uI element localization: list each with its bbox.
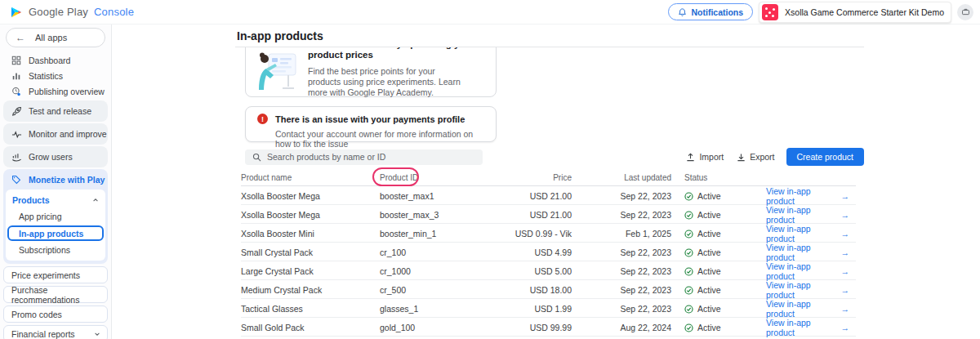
- view-in-app-product-link[interactable]: View in-app product→: [766, 299, 849, 319]
- table-row: Large Crystal Pack cr_1000 USD 5.00 Sep …: [241, 261, 856, 280]
- main-content: Maximize revenue by optimizing your prod…: [235, 47, 874, 339]
- sidebar-item-label: Monitor and improve: [29, 129, 107, 139]
- rocket-icon: [11, 106, 22, 117]
- notifications-label: Notifications: [692, 7, 744, 17]
- status-cell: Active: [671, 248, 766, 257]
- sidebar-item-label: Monetize with Play: [29, 175, 105, 185]
- sidebar-item-price-experiments[interactable]: Price experiments: [3, 266, 108, 283]
- price-cell: USD 0.99 - Vik: [502, 229, 572, 239]
- column-status[interactable]: Status: [671, 173, 766, 182]
- table-row: Xsolla Booster Mega booster_max1 USD 21.…: [241, 186, 856, 205]
- briefcase-icon: [961, 7, 970, 16]
- chevron-up-icon: [92, 197, 99, 203]
- status-label: Active: [697, 266, 721, 276]
- sidebar-item-purchase-recommendations[interactable]: Purchase recommendations: [3, 286, 108, 303]
- price-cell: USD 21.00: [502, 191, 572, 201]
- product-id-cell: booster_max_3: [380, 210, 502, 220]
- status-cell: Active: [671, 266, 766, 276]
- alert-body: Contact your account owner for more info…: [275, 129, 484, 149]
- last-updated-cell: Sep 22, 2023: [572, 266, 671, 276]
- sidebar-item-promo-codes[interactable]: Promo codes: [3, 306, 108, 323]
- column-last-updated[interactable]: Last updated: [572, 173, 671, 182]
- last-updated-cell: Sep 22, 2023: [572, 285, 671, 295]
- status-label: Active: [697, 248, 721, 257]
- last-updated-cell: Aug 22, 2024: [572, 323, 671, 332]
- sidebar-item-products[interactable]: Products: [6, 192, 105, 208]
- sidebar-item-test-and-release[interactable]: Test and release: [3, 100, 108, 122]
- price-cell: USD 21.00: [502, 210, 572, 220]
- product-id-cell: cr_100: [380, 248, 502, 257]
- sidebar-item-monetize-with-play[interactable]: Monetize with Play: [3, 169, 108, 190]
- last-updated-cell: Feb 1, 2025: [572, 229, 671, 239]
- check-circle-icon: [684, 192, 693, 201]
- all-apps-button[interactable]: ← All apps: [6, 28, 105, 47]
- products-table: Product name Product ID Price Last updat…: [241, 169, 856, 337]
- last-updated-cell: Sep 22, 2023: [572, 210, 671, 220]
- price-cell: USD 5.00: [502, 266, 572, 276]
- arrow-right-icon: →: [841, 248, 850, 257]
- work-profile-avatar[interactable]: [957, 4, 973, 20]
- page-title-bar: In-app products: [235, 25, 864, 47]
- check-circle-icon: [684, 286, 693, 295]
- product-name-cell: Xsolla Booster Mega: [241, 210, 380, 220]
- status-label: Active: [697, 304, 721, 314]
- bell-icon: [678, 7, 687, 17]
- search-input[interactable]: [267, 152, 463, 162]
- view-in-app-product-link[interactable]: View in-app product→: [766, 280, 849, 300]
- status-label: Active: [697, 285, 721, 295]
- price-cell: USD 18.00: [502, 285, 572, 295]
- status-cell: Active: [671, 210, 766, 220]
- check-circle-icon: [684, 267, 693, 276]
- table-row: Medium Crystal Pack cr_500 USD 18.00 Sep…: [241, 280, 856, 299]
- view-in-app-product-link[interactable]: View in-app product→: [766, 224, 849, 243]
- google-play-console-logo[interactable]: Google Play Console: [7, 6, 134, 19]
- status-label: Active: [697, 210, 721, 220]
- status-cell: Active: [671, 304, 766, 314]
- sidebar-item-app-pricing[interactable]: App pricing: [6, 208, 105, 225]
- view-in-app-product-link[interactable]: View in-app product→: [766, 261, 849, 281]
- export-button[interactable]: Export: [737, 152, 774, 162]
- arrow-right-icon: →: [841, 323, 850, 332]
- product-id-cell: gold_100: [380, 323, 502, 332]
- import-button[interactable]: Import: [686, 152, 724, 162]
- google-play-console: Google Play Console Notifications Xsolla…: [0, 0, 980, 339]
- create-product-button[interactable]: Create product: [786, 148, 864, 166]
- product-id-cell: booster_min_1: [380, 229, 502, 239]
- view-in-app-product-link[interactable]: View in-app product→: [766, 243, 849, 262]
- arrow-right-icon: →: [841, 266, 850, 276]
- product-id-cell: glasses_1: [380, 304, 502, 314]
- sidebar-item-label: Purchase recommendations: [11, 285, 100, 305]
- check-circle-icon: [684, 248, 693, 257]
- sidebar-item-subscriptions[interactable]: Subscriptions: [6, 242, 105, 258]
- last-updated-cell: Sep 22, 2023: [572, 248, 671, 257]
- view-in-app-product-link[interactable]: View in-app product→: [766, 318, 849, 337]
- column-price[interactable]: Price: [502, 173, 572, 182]
- sidebar-item-grow-users[interactable]: Grow users: [3, 146, 108, 167]
- app-selector[interactable]: Xsolla Game Commerce Starter Kit Demo: [759, 2, 951, 23]
- last-updated-cell: Sep 22, 2023: [572, 304, 671, 314]
- check-circle-icon: [684, 323, 693, 332]
- column-product-id[interactable]: Product ID: [380, 173, 502, 182]
- price-cell: USD 4.99: [502, 248, 572, 257]
- sidebar-item-publishing-overview[interactable]: Publishing overview: [0, 83, 111, 99]
- status-cell: Active: [671, 229, 766, 239]
- sidebar-item-in-app-products[interactable]: In-app products: [7, 225, 104, 241]
- sidebar-item-statistics[interactable]: Statistics: [0, 68, 111, 83]
- arrow-right-icon: →: [841, 210, 850, 220]
- table-row: Tactical Glasses glasses_1 USD 1.99 Sep …: [241, 299, 856, 318]
- sidebar-item-dashboard[interactable]: Dashboard: [0, 52, 111, 68]
- import-icon: [686, 153, 695, 162]
- notifications-button[interactable]: Notifications: [668, 3, 754, 20]
- search-icon: [252, 153, 261, 162]
- top-header: Google Play Console Notifications Xsolla…: [0, 0, 980, 25]
- app-name: Xsolla Game Commerce Starter Kit Demo: [785, 7, 944, 17]
- sidebar-item-label: Price experiments: [11, 270, 80, 280]
- view-in-app-product-link[interactable]: View in-app product→: [766, 205, 849, 225]
- column-product-name[interactable]: Product name: [241, 173, 380, 182]
- view-in-app-product-link[interactable]: View in-app product→: [766, 186, 849, 206]
- sidebar-item-label: In-app products: [19, 229, 83, 239]
- sidebar-item-monitor-and-improve[interactable]: Monitor and improve: [3, 123, 108, 145]
- table-toolbar: Import Export Create product: [245, 147, 864, 167]
- sidebar-item-financial-reports[interactable]: Financial reports: [3, 325, 108, 339]
- search-box[interactable]: [245, 149, 483, 165]
